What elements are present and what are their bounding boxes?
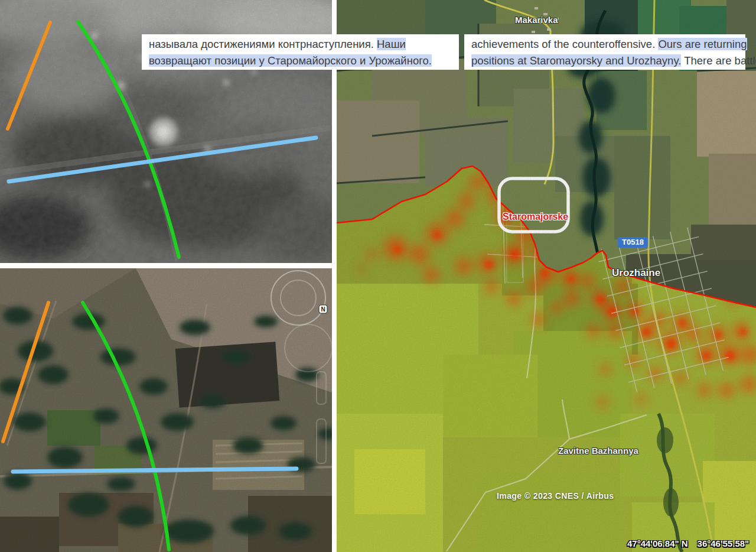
english-highlight-1: Ours are returning [658,38,747,50]
compass-north-icon: N [319,305,327,313]
english-line-1: achievements of the counteroffensive. Ou… [471,36,739,53]
russian-line-1: называла достижениями контрнаступления. … [149,36,452,53]
russian-highlight-2: возвращают позиции у Старомайорского и У… [149,54,432,67]
label-makarivka: Makarivka [515,15,558,25]
control-map-art [337,0,756,552]
english-line-2: positions at Staromayorsky and Urozhayny… [471,53,739,69]
satellite-image-art: N [0,268,332,552]
road-sign-t0518: T0518 [618,237,648,248]
english-highlight-2: positions at Staromayorsky and Urozhayny… [471,54,681,67]
satellite-blue-line [13,469,296,472]
label-staromajorske: Staromajorske [503,212,568,222]
coordinates-readout: 47°44'06.84" N36°46'55.58" [627,538,749,548]
label-urozhaine: Urozhaine [612,267,660,279]
english-text-box: achievements of the counteroffensive. Ou… [464,34,745,70]
satellite-oblique-image: N [0,268,332,552]
svg-text:N: N [321,306,325,313]
russian-text-box: называла достижениями контрнаступления. … [142,34,459,70]
control-map [337,0,756,552]
label-zavitne-bazhannya: Zavitne Bazhannya [558,446,638,456]
russian-line-2: возвращают позиции у Старомайорского и У… [149,53,452,69]
longitude-value: 36°46'55.58" [698,538,750,548]
post-collage: N [0,0,756,552]
russian-highlight-1: Наши [377,38,406,50]
imagery-attribution: Image © 2023 CNES / Airbus [497,491,614,501]
latitude-value: 47°44'06.84" N [627,538,688,548]
